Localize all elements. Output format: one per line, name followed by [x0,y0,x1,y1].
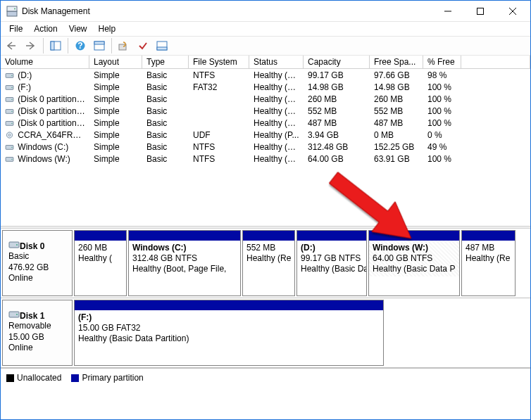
col-extra[interactable] [461,56,530,68]
partition-size: 260 MB [78,243,123,253]
partition[interactable]: Windows (C:)312.48 GB NTFSHealthy (Boot,… [128,230,241,296]
forward-button[interactable] [23,38,39,54]
volume-layout: Simple [89,118,142,128]
volume-row[interactable]: Windows (C:)SimpleBasicNTFSHealthy (B...… [1,141,530,153]
col-filesystem[interactable]: File System [189,56,249,68]
svg-rect-4 [477,8,484,14]
disk-icon [8,238,20,249]
partition[interactable]: 487 MBHealthy (Re [461,230,516,296]
volume-pct-free: 100 % [423,106,461,116]
partition-color-bar [75,300,383,310]
check-button[interactable] [135,38,151,54]
volume-name: (Disk 0 partition 4) [1,106,89,116]
show-hide-console-tree-button[interactable] [47,38,64,54]
disk-row: Disk 0Basic476.92 GBOnline260 MBHealthy … [1,229,530,298]
volume-capacity: 3.94 GB [304,130,370,140]
actions-button[interactable] [115,38,132,54]
volume-pct-free: 98 % [423,70,461,80]
col-capacity[interactable]: Capacity [304,56,370,68]
volume-row[interactable]: (D:)SimpleBasicNTFSHealthy (B...99.17 GB… [1,69,530,81]
titlebar: Disk Management [1,1,530,22]
volume-pct-free: 100 % [423,82,461,92]
volume-type: Basic [142,70,189,80]
svg-point-33 [16,244,18,246]
menubar: File Action View Help [1,22,530,36]
col-status[interactable]: Status [249,56,304,68]
legend-unallocated-label: Unallocated [17,373,61,383]
volume-name: (D:) [1,70,89,80]
volume-capacity: 552 MB [304,106,370,116]
volume-row[interactable]: CCRA_X64FRE_EN...SimpleBasicUDFHealthy (… [1,129,530,141]
disk-size: 15.00 GB [8,332,66,343]
volume-status: Healthy (E... [249,94,304,104]
volume-fs: UDF [189,130,249,140]
help-button[interactable]: ? [72,38,89,54]
close-button[interactable] [496,1,529,22]
menu-file[interactable]: File [4,23,28,35]
volume-layout: Simple [89,154,142,164]
partition[interactable]: 552 MBHealthy (Re [242,230,295,296]
volume-row[interactable]: (Disk 0 partition 6)SimpleBasicHealthy (… [1,117,530,129]
volume-free: 552 MB [370,106,423,116]
swatch-unallocated-icon [6,374,14,382]
top-view-button[interactable] [91,38,108,54]
partition-status: Healthy (Re [246,253,291,264]
col-layout[interactable]: Layout [89,56,142,68]
volume-status: Healthy (B... [249,70,304,80]
partition-name: Windows (C:) [132,243,237,253]
svg-point-29 [11,147,12,148]
volume-type: Basic [142,154,189,164]
disk-info[interactable]: Disk 1Removable15.00 GBOnline [2,300,73,366]
menu-help[interactable]: Help [93,23,122,35]
partition[interactable]: (F:)15.00 GB FAT32Healthy (Basic Data Pa… [74,300,384,366]
volume-capacity: 260 MB [304,94,370,104]
volume-type: Basic [142,130,189,140]
partition-name: (D:) [301,243,363,253]
menu-action[interactable]: Action [28,23,63,35]
volume-layout: Simple [89,70,142,80]
partition[interactable]: Windows (W:)64.00 GB NTFSHealthy (Basic … [368,230,460,296]
volume-fs: NTFS [189,142,249,152]
volume-free: 0 MB [370,130,423,140]
volume-list-header: Volume Layout Type File System Status Ca… [1,56,530,69]
partition-status: Healthy ( [78,253,123,264]
partition[interactable]: (D:)99.17 GB NTFSHealthy (Basic Data Pa [296,230,367,296]
disk-name: Disk 0 [20,241,44,251]
volume-free: 152.25 GB [370,142,423,152]
volume-type: Basic [142,82,189,92]
volume-row[interactable]: (F:)SimpleBasicFAT32Healthy (B...14.98 G… [1,81,530,93]
volume-row[interactable]: (Disk 0 partition 4)SimpleBasicHealthy (… [1,105,530,117]
partition-color-bar [75,231,126,241]
svg-point-27 [8,134,11,136]
menu-view[interactable]: View [63,23,93,35]
volume-list[interactable]: Volume Layout Type File System Status Ca… [1,56,530,226]
partition-size: 487 MB [466,243,511,253]
disk-info[interactable]: Disk 0Basic476.92 GBOnline [2,230,73,296]
toolbar-separator [111,38,112,53]
partition-size: 552 MB [246,243,291,253]
toolbar-separator [68,38,68,53]
minimize-button[interactable] [432,1,464,22]
svg-rect-15 [157,47,167,50]
col-type[interactable]: Type [142,56,189,68]
disk-type: Basic [8,251,66,262]
volume-fs: NTFS [189,154,249,164]
svg-point-21 [11,99,12,100]
col-volume[interactable]: Volume [1,56,89,68]
bottom-view-button[interactable] [154,38,170,54]
volume-row[interactable]: (Disk 0 partition 1)SimpleBasicHealthy (… [1,93,530,105]
partition[interactable]: 260 MBHealthy ( [74,230,127,296]
window-title: Disk Management [22,6,432,16]
maximize-button[interactable] [464,1,496,22]
volume-pct-free: 100 % [423,154,461,164]
partition-status: Healthy (Basic Data Partition) [78,333,380,344]
volume-status: Healthy (B... [249,82,304,92]
volume-name: Windows (W:) [1,154,89,164]
col-free-space[interactable]: Free Spa... [370,56,423,68]
volume-row[interactable]: Windows (W:)SimpleBasicNTFSHealthy (B...… [1,153,530,165]
back-button[interactable] [4,38,20,54]
volume-capacity: 487 MB [304,118,370,128]
volume-status: Healthy (B... [249,142,304,152]
col-percent-free[interactable]: % Free [423,56,461,68]
volume-name: (F:) [1,82,89,92]
